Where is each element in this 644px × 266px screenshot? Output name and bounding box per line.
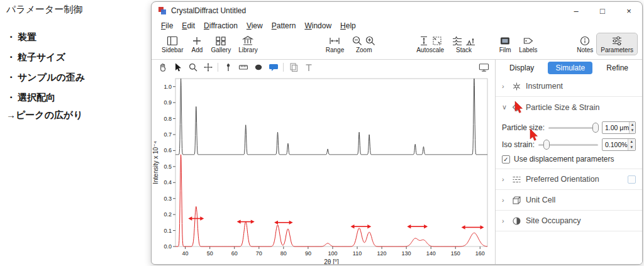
- menu-edit[interactable]: Edit: [177, 21, 199, 31]
- svg-text:130: 130: [402, 250, 411, 257]
- iso-strain-row: Iso strain: 0.100% ▴▾: [502, 136, 636, 153]
- menu-view[interactable]: View: [242, 21, 267, 31]
- stack-button[interactable]: Stack: [448, 33, 480, 55]
- parameters-button[interactable]: Parameters: [597, 33, 637, 55]
- move-tool-icon[interactable]: [203, 62, 213, 73]
- spin-up-icon[interactable]: ▴: [628, 139, 635, 145]
- tab-simulate[interactable]: Simulate: [548, 62, 592, 74]
- particle-size-row: Particle size: 1.00 μm ▴▾: [502, 119, 636, 136]
- bullet-text: 粒子サイズ: [18, 52, 65, 64]
- film-icon: [499, 35, 511, 47]
- tab-refine[interactable]: Refine: [599, 62, 636, 74]
- main-toolbar: Sidebar Add Gallery Library R: [152, 32, 642, 60]
- displacement-checkbox-label: Use displacement parameters: [514, 155, 614, 163]
- bullet-dot: ・: [6, 31, 16, 43]
- iso-strain-slider[interactable]: [538, 139, 598, 150]
- svg-text:110: 110: [353, 250, 362, 257]
- notes-button[interactable]: Notes: [573, 33, 597, 55]
- particle-size-slider-thumb[interactable]: [592, 123, 599, 133]
- parameters-label: Parameters: [601, 47, 633, 53]
- section-preferred-orientation[interactable]: › Preferred Orientation: [496, 169, 642, 190]
- spin-down-icon[interactable]: ▾: [630, 128, 635, 133]
- chevron-right-icon: ›: [502, 197, 508, 204]
- text-tool-icon[interactable]: [303, 62, 314, 73]
- section-preferred-orientation-label: Preferred Orientation: [526, 175, 599, 184]
- bullet-text: サンプルの歪み: [18, 72, 85, 84]
- app-icon: [158, 6, 167, 15]
- unit-cell-icon: [512, 196, 521, 205]
- zoom-label: Zoom: [356, 47, 372, 53]
- close-button[interactable]: ×: [616, 2, 642, 19]
- toolstrip-divider: [283, 63, 284, 72]
- content-area: 4050607080901001101201301401501600.00.10…: [152, 60, 642, 264]
- diffraction-chart[interactable]: 4050607080901001101201301401501600.00.10…: [152, 75, 495, 264]
- iso-strain-value: 0.100%: [602, 139, 628, 150]
- spin-down-icon[interactable]: ▾: [628, 145, 635, 150]
- svg-text:0.0: 0.0: [164, 243, 172, 250]
- menu-window[interactable]: Window: [300, 21, 336, 31]
- tab-display[interactable]: Display: [502, 62, 541, 74]
- zoom-button[interactable]: Zoom: [348, 33, 380, 55]
- gallery-button[interactable]: Gallery: [207, 33, 235, 55]
- displacement-checkbox[interactable]: ✓: [502, 155, 510, 163]
- menu-file[interactable]: File: [157, 21, 177, 31]
- library-icon: [242, 35, 254, 47]
- add-button[interactable]: Add: [187, 33, 207, 55]
- mask-tool-icon[interactable]: [253, 62, 264, 73]
- annotation-bullet-1: ・装置: [6, 27, 150, 47]
- pages-icon[interactable]: [288, 62, 299, 73]
- window-title: CrystalDiffract Untitled: [171, 6, 246, 15]
- stack-offset-icon: [465, 35, 476, 47]
- library-label: Library: [238, 47, 258, 53]
- ruler-icon[interactable]: [238, 62, 248, 73]
- iso-strain-slider-thumb[interactable]: [543, 140, 550, 150]
- particle-size-slider[interactable]: [548, 122, 598, 133]
- svg-text:0.7: 0.7: [164, 131, 172, 138]
- section-instrument[interactable]: › Instrument: [496, 76, 642, 97]
- zoom-tool-icon[interactable]: [187, 62, 198, 73]
- svg-text:70: 70: [256, 250, 262, 257]
- library-button[interactable]: Library: [235, 33, 262, 55]
- autoscale-button[interactable]: Autoscale: [413, 33, 448, 55]
- gallery-icon: [214, 35, 227, 47]
- section-unit-cell[interactable]: › Unit Cell: [496, 190, 642, 211]
- svg-text:0.1: 0.1: [164, 228, 172, 234]
- add-label: Add: [192, 47, 203, 53]
- section-site-occupancy[interactable]: › Site Occupancy: [496, 211, 642, 231]
- range-label: Range: [326, 47, 344, 53]
- svg-text:100: 100: [328, 250, 337, 257]
- svg-text:90: 90: [305, 250, 311, 257]
- svg-text:50: 50: [207, 250, 213, 257]
- display-mode-icon[interactable]: [479, 62, 489, 73]
- pointer-tool-icon[interactable]: [172, 62, 183, 73]
- svg-text:0.8: 0.8: [164, 116, 172, 122]
- menu-pattern[interactable]: Pattern: [267, 21, 301, 31]
- annotation-bubble-icon[interactable]: [268, 62, 279, 73]
- chart-svg[interactable]: 4050607080901001101201301401501600.00.10…: [152, 75, 496, 265]
- section-particle-size-label: Particle Size & Strain: [526, 103, 599, 112]
- iso-strain-spinbox[interactable]: 0.100% ▴▾: [602, 138, 636, 151]
- peak-picker-icon[interactable]: [223, 62, 233, 73]
- maximize-button[interactable]: □: [589, 2, 616, 19]
- section-instrument-label: Instrument: [526, 82, 563, 91]
- menu-diffraction[interactable]: Diffraction: [199, 21, 242, 31]
- labels-icon: [522, 35, 535, 47]
- labels-button[interactable]: Labels: [515, 33, 541, 55]
- stack-label: Stack: [456, 47, 472, 53]
- annotation-arrow-note: →ピークの広がり: [6, 109, 150, 121]
- svg-text:0.5: 0.5: [164, 163, 172, 170]
- range-button[interactable]: Range: [322, 33, 348, 55]
- spin-up-icon[interactable]: ▴: [630, 122, 635, 128]
- svg-text:0.3: 0.3: [164, 196, 172, 202]
- notes-label: Notes: [577, 47, 593, 53]
- film-button[interactable]: Film: [495, 33, 515, 55]
- sidebar-button[interactable]: Sidebar: [158, 33, 187, 55]
- preferred-orientation-checkbox[interactable]: [628, 175, 636, 184]
- svg-text:0.4: 0.4: [164, 179, 172, 186]
- pan-hand-icon[interactable]: [157, 62, 168, 73]
- particle-size-spinbox[interactable]: 1.00 μm ▴▾: [602, 121, 636, 134]
- annotation-panel: パラメーター制御 ・装置 ・粒子サイズ ・サンプルの歪み ・選択配向 →ピークの…: [6, 4, 150, 121]
- minimize-button[interactable]: –: [563, 2, 589, 19]
- titlebar[interactable]: CrystalDiffract Untitled – □ ×: [152, 2, 642, 19]
- menu-help[interactable]: Help: [336, 21, 360, 31]
